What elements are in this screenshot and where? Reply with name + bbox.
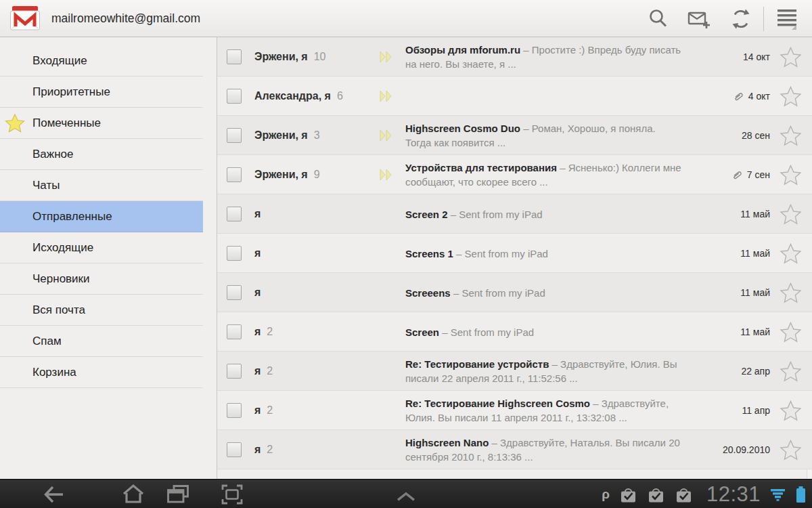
email-list: Эржени, я10 Обзоры для mforum.ru – Прост…	[217, 37, 812, 479]
email-row[interactable]: Эржени, я9 Устройства для тестирования –…	[217, 155, 812, 194]
folder-label: Исходящие	[32, 241, 93, 254]
email-sender: Эржени, я9	[254, 155, 320, 194]
sidebar-item-important[interactable]: Важное	[0, 139, 203, 170]
email-sender: Эржени, я3	[254, 116, 320, 155]
email-date: 11 апр	[742, 405, 770, 416]
email-row[interactable]: я Screen 2 – Sent from my iPad 11 май	[217, 194, 812, 234]
email-date: 7 сен	[747, 169, 770, 180]
sidebar-item-outbox[interactable]: Исходящие	[0, 232, 203, 263]
download-complete-icon[interactable]	[647, 485, 665, 504]
email-subject-snippet	[405, 77, 681, 116]
chevron-up-icon[interactable]	[394, 486, 418, 507]
sidebar-item-sent[interactable]: Отправленные	[0, 201, 203, 232]
topbar-divider	[763, 7, 764, 31]
sidebar-item-inbox[interactable]: Входящие	[0, 45, 203, 77]
email-meta: 11 апр	[742, 391, 770, 430]
email-row[interactable]: Эржени, я10 Обзоры для mforum.ru – Прост…	[217, 37, 812, 77]
important-marker-icon	[379, 129, 395, 142]
email-checkbox[interactable]	[227, 403, 242, 418]
sidebar-item-drafts[interactable]: Черновики	[0, 263, 203, 295]
star-toggle-icon[interactable]	[780, 125, 802, 147]
email-checkbox[interactable]	[227, 364, 242, 379]
top-action-bar: mailromeowhite@gmail.com	[0, 0, 812, 37]
email-sender: Александра, я6	[254, 77, 343, 116]
folder-label: Чаты	[32, 179, 60, 192]
email-row[interactable]: я Screens 1 – Sent from my iPad 11 май	[217, 234, 812, 273]
sidebar-item-spam[interactable]: Спам	[0, 326, 203, 357]
email-meta: 20.09.2010	[723, 430, 770, 469]
conversation-count: 2	[267, 404, 273, 416]
refresh-icon[interactable]	[729, 7, 752, 30]
sidebar-item-chats[interactable]: Чаты	[0, 170, 203, 201]
email-sender: Эржени, я10	[254, 37, 326, 77]
star-toggle-icon[interactable]	[780, 360, 802, 383]
download-complete-icon[interactable]	[675, 485, 693, 504]
sidebar-item-all-mail[interactable]: Вся почта	[0, 295, 203, 326]
sidebar-item-trash[interactable]: Корзина	[0, 357, 203, 388]
email-checkbox[interactable]	[227, 246, 242, 261]
star-toggle-icon[interactable]	[780, 439, 802, 461]
email-row[interactable]: я Screeens – Sent from my iPad 11 май	[217, 273, 812, 312]
email-subject-snippet: Highscreen Nano – Здравствуйте, Наталья.…	[405, 430, 681, 469]
email-sender: я	[254, 273, 267, 312]
star-toggle-icon[interactable]	[780, 400, 802, 422]
email-row[interactable]: я2 Re: Тестирование устройств – Здравств…	[217, 352, 812, 391]
email-meta: 22 апр	[741, 352, 770, 391]
email-checkbox[interactable]	[227, 285, 242, 300]
battery-icon	[795, 486, 807, 503]
star-toggle-icon[interactable]	[780, 242, 802, 265]
folder-label: Приоритетные	[32, 85, 110, 98]
conversation-count: 2	[267, 365, 273, 377]
email-checkbox[interactable]	[227, 49, 242, 64]
star-toggle-icon[interactable]	[780, 85, 802, 108]
email-subject-snippet: Screen – Sent from my iPad	[405, 312, 681, 352]
email-meta: 7 сен	[731, 155, 770, 194]
folder-label: Корзина	[32, 366, 76, 379]
email-row[interactable]: Эржени, я3 Highscreen Cosmo Duo – Роман,…	[217, 116, 812, 155]
email-checkbox[interactable]	[227, 89, 242, 104]
email-checkbox[interactable]	[227, 324, 242, 339]
gmail-logo-icon	[9, 5, 41, 31]
star-toggle-icon[interactable]	[780, 164, 802, 186]
email-meta: 11 май	[740, 194, 770, 234]
folder-label: Черновики	[32, 272, 90, 285]
compose-icon[interactable]	[687, 7, 710, 30]
email-subject-snippet: Screens 1 – Sent from my iPad	[405, 234, 681, 273]
account-email: mailromeowhite@gmail.com	[51, 0, 200, 37]
email-checkbox[interactable]	[227, 207, 242, 221]
email-date: 11 май	[740, 326, 770, 337]
home-button[interactable]	[122, 484, 145, 505]
email-checkbox[interactable]	[227, 167, 242, 182]
back-button[interactable]	[43, 484, 66, 505]
rho-notification-icon[interactable]: ρ	[602, 487, 610, 502]
folder-label: Важное	[32, 148, 73, 161]
email-subject-snippet: Устройства для тестирования – Ясненько:)…	[405, 155, 681, 194]
star-toggle-icon[interactable]	[780, 203, 802, 226]
email-row[interactable]: Александра, я6 4 окт	[217, 77, 812, 116]
email-row[interactable]: я2 Highscreen Nano – Здравствуйте, Натал…	[217, 430, 812, 469]
email-meta: 28 сен	[742, 116, 770, 155]
email-date: 22 апр	[741, 366, 770, 377]
download-complete-icon[interactable]	[619, 485, 637, 504]
email-checkbox[interactable]	[227, 442, 242, 457]
menu-icon[interactable]	[775, 7, 798, 30]
email-subject-snippet: Screen 2 – Sent from my iPad	[405, 194, 681, 234]
email-subject-snippet: Re: Тестирование устройств – Здравствуйт…	[405, 352, 681, 391]
star-toggle-icon[interactable]	[780, 321, 802, 343]
search-icon[interactable]	[647, 7, 670, 30]
email-sender: я2	[254, 430, 273, 469]
sidebar-item-priority[interactable]: Приоритетные	[0, 77, 203, 108]
email-row[interactable]: я2 Screen – Sent from my iPad 11 май	[217, 312, 812, 352]
star-toggle-icon[interactable]	[780, 46, 802, 68]
email-sender: я2	[254, 312, 273, 352]
attachment-icon	[733, 91, 744, 102]
email-sender: я2	[254, 391, 273, 430]
email-date: 4 окт	[748, 91, 770, 102]
email-row[interactable]: я2 Re: Тестирование Highscreen Cosmo – З…	[217, 391, 812, 430]
clock[interactable]: 12:31	[706, 482, 761, 507]
screen-capture-button[interactable]	[221, 484, 244, 505]
recent-apps-button[interactable]	[166, 484, 189, 505]
email-checkbox[interactable]	[227, 128, 242, 143]
star-toggle-icon[interactable]	[780, 282, 802, 304]
sidebar-item-starred[interactable]: Помеченные	[0, 108, 203, 139]
